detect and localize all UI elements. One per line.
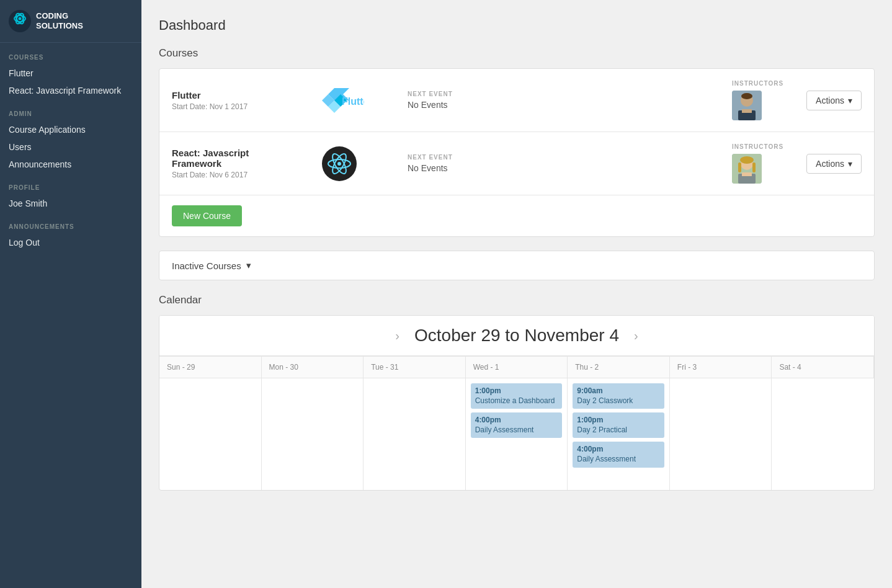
calendar-event[interactable]: 1:00pmCustomize a Dashboard: [471, 383, 563, 409]
sidebar-section-courses: COURSES: [0, 43, 141, 65]
calendar-section-title: Calendar: [159, 294, 875, 306]
course-row-flutter: Flutter Start Date: Nov 1 2017 Flutter N…: [159, 69, 874, 132]
instructor-avatar-react: [732, 154, 762, 184]
calendar-day-header: Mon - 30: [262, 357, 364, 378]
calendar-panel: › October 29 to November 4 › Sun - 29Mon…: [159, 315, 875, 491]
inactive-courses-panel[interactable]: Inactive Courses ▾: [159, 251, 875, 280]
sidebar-item-announcements[interactable]: Announcements: [0, 156, 141, 173]
logo-text: CODING SOLUTIONS: [36, 11, 83, 30]
sidebar-section-profile: PROFILE: [0, 173, 141, 195]
sidebar-item-react[interactable]: React: Javascript Framework: [0, 82, 141, 99]
calendar-day-header: Fri - 3: [670, 357, 772, 378]
event-name: Day 2 Practical: [577, 425, 660, 435]
svg-rect-24: [742, 172, 752, 176]
calendar-event[interactable]: 1:00pmDay 2 Practical: [573, 412, 664, 438]
instructor-avatar-react-svg: [732, 154, 762, 184]
course-date-flutter: Start Date: Nov 1 2017: [172, 102, 296, 111]
calendar-day-cell: [772, 378, 874, 490]
calendar-event[interactable]: 9:00amDay 2 Classwork: [573, 383, 664, 409]
chevron-down-icon-2: ▾: [848, 159, 852, 169]
svg-point-25: [740, 156, 754, 164]
sidebar: CODING SOLUTIONS COURSES Flutter React: …: [0, 0, 141, 588]
event-name: Daily Assessment: [577, 455, 660, 465]
page-title: Dashboard: [159, 17, 875, 33]
calendar-day-cell: 1:00pmCustomize a Dashboard4:00pmDaily A…: [466, 378, 568, 490]
course-name-react: React: Javascript Framework: [172, 148, 296, 169]
react-logo-svg: [325, 149, 354, 178]
svg-point-20: [337, 162, 341, 166]
svg-rect-14: [742, 109, 752, 113]
sidebar-item-joe-smith[interactable]: Joe Smith: [0, 195, 141, 212]
event-time: 9:00am: [577, 386, 660, 396]
calendar-day-cell: [262, 378, 364, 490]
sidebar-section-admin: ADMIN: [0, 99, 141, 121]
svg-rect-27: [752, 163, 756, 172]
inactive-courses-label: Inactive Courses: [172, 261, 241, 271]
calendar-day-cell: [363, 378, 466, 490]
courses-section-title: Courses: [159, 47, 875, 60]
instructors-flutter: INSTRUCTORS: [732, 80, 806, 120]
event-time: 1:00pm: [577, 416, 660, 425]
course-row-react: React: Javascript Framework Start Date: …: [159, 132, 874, 195]
chevron-down-icon-3: ▾: [246, 260, 251, 271]
calendar-day-header: Sat - 4: [772, 357, 874, 378]
course-info-flutter: Flutter Start Date: Nov 1 2017: [172, 90, 296, 111]
svg-point-15: [741, 93, 752, 99]
calendar-day-cell: 9:00amDay 2 Classwork1:00pmDay 2 Practic…: [568, 378, 670, 490]
event-time: 4:00pm: [475, 416, 558, 425]
event-name: Customize a Dashboard: [475, 396, 558, 406]
actions-wrap-react: Actions ▾: [806, 154, 862, 174]
actions-button-react[interactable]: Actions ▾: [806, 154, 862, 174]
event-name: Day 2 Classwork: [577, 396, 660, 406]
main-content: Dashboard Courses Flutter Start Date: No…: [141, 0, 892, 588]
instructor-avatar-flutter-svg: [732, 91, 762, 120]
chevron-down-icon: ▾: [848, 96, 852, 105]
course-logo-react: [308, 146, 370, 181]
new-course-button[interactable]: New Course: [172, 205, 242, 226]
svg-point-4: [19, 17, 22, 20]
course-logo-flutter: Flutter: [308, 88, 370, 113]
next-event-flutter: NEXT EVENT No Events: [383, 91, 732, 110]
calendar-prev-button[interactable]: ›: [390, 326, 404, 345]
event-time: 1:00pm: [475, 386, 558, 396]
calendar-day-header: Sun - 29: [159, 357, 262, 378]
sidebar-item-log-out[interactable]: Log Out: [0, 234, 141, 251]
course-date-react: Start Date: Nov 6 2017: [172, 171, 296, 179]
svg-rect-26: [738, 163, 741, 172]
instructors-react: INSTRUCTORS: [732, 143, 806, 184]
sidebar-item-users[interactable]: Users: [0, 138, 141, 156]
calendar-range-title: October 29 to November 4: [414, 326, 619, 345]
calendar-day-header: Wed - 1: [466, 357, 568, 378]
actions-button-flutter[interactable]: Actions ▾: [806, 91, 862, 110]
course-name-flutter: Flutter: [172, 90, 296, 100]
next-event-react: NEXT EVENT No Events: [383, 154, 732, 173]
svg-marker-6: [328, 88, 349, 94]
react-logo-circle: [322, 146, 357, 181]
sidebar-item-course-applications[interactable]: Course Applications: [0, 121, 141, 138]
calendar-event[interactable]: 4:00pmDaily Assessment: [471, 412, 563, 438]
coding-solutions-logo-icon: [9, 10, 31, 32]
new-course-row: New Course: [159, 195, 874, 236]
sidebar-logo: CODING SOLUTIONS: [0, 0, 141, 43]
calendar-day-cell: [670, 378, 772, 490]
courses-panel: Flutter Start Date: Nov 1 2017 Flutter N…: [159, 68, 875, 237]
calendar-grid: Sun - 29Mon - 30Tue - 31Wed - 1Thu - 2Fr…: [159, 356, 874, 490]
sidebar-item-flutter[interactable]: Flutter: [0, 65, 141, 82]
calendar-day-header: Tue - 31: [363, 357, 466, 378]
course-info-react: React: Javascript Framework Start Date: …: [172, 148, 296, 179]
svg-text:Flutter: Flutter: [342, 96, 364, 107]
calendar-header: › October 29 to November 4 ›: [159, 316, 874, 356]
calendar-event[interactable]: 4:00pmDaily Assessment: [573, 442, 664, 467]
calendar-day-header: Thu - 2: [568, 357, 670, 378]
instructor-avatar-flutter: [732, 91, 762, 120]
event-time: 4:00pm: [577, 445, 660, 455]
actions-wrap-flutter: Actions ▾: [806, 91, 862, 110]
calendar-day-cell: [159, 378, 262, 490]
calendar-next-button[interactable]: ›: [629, 326, 643, 345]
sidebar-section-announcements: ANNOUNCEMENTS: [0, 212, 141, 234]
flutter-logo-svg: Flutter: [314, 88, 364, 113]
event-name: Daily Assessment: [475, 425, 558, 435]
